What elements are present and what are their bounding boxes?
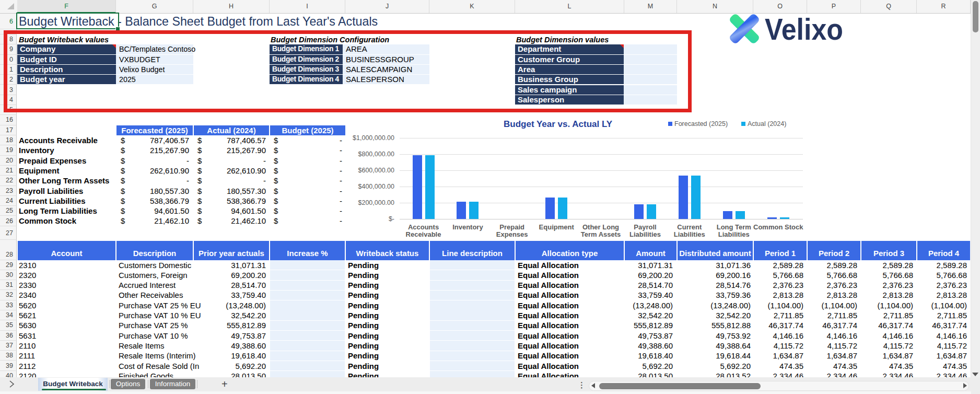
svg-text:Velixo: Velixo (765, 12, 843, 46)
